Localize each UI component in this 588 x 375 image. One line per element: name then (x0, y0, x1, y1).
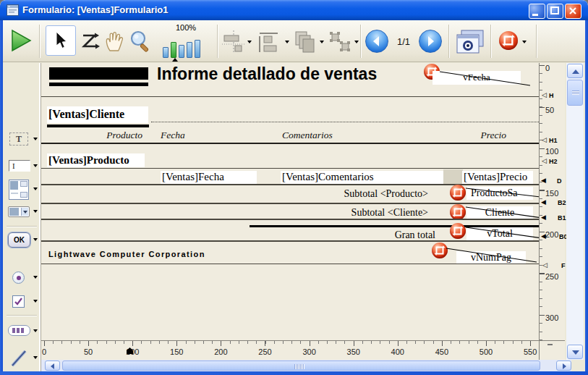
text-tool[interactable]: T (9, 132, 28, 146)
execute-form-button[interactable] (9, 28, 33, 56)
zoom-level-control[interactable]: 100% (158, 23, 213, 61)
maximize-button[interactable] (547, 4, 563, 19)
area-marker-D[interactable]: ◀D (540, 177, 566, 185)
marker-triangle-icon: ◁ (542, 262, 547, 269)
line-object[interactable] (466, 207, 539, 218)
thermometer-bar-icon (21, 328, 24, 333)
radio-tool-dropdown-arrow[interactable] (33, 276, 38, 279)
preview-windows-eye-icon (455, 29, 485, 55)
horizontal-scroll-thumb[interactable] (62, 361, 540, 371)
pan-hand-tool[interactable] (103, 30, 126, 55)
listbox-tool[interactable] (9, 180, 29, 200)
area-marker-B0[interactable]: ◀B0 (540, 233, 566, 240)
area-marker-H2[interactable]: ◁H2 (540, 158, 566, 165)
next-page-button[interactable] (419, 30, 442, 53)
thermometer-tool[interactable] (8, 325, 30, 336)
maximize-icon (547, 4, 563, 18)
horizontal-scrollbar[interactable] (41, 360, 571, 371)
vertical-scrollbar[interactable] (566, 63, 584, 360)
distribute-dropdown-arrow[interactable] (285, 41, 289, 43)
scroll-up-button[interactable] (567, 64, 583, 78)
line-object[interactable] (440, 72, 530, 85)
title-bar[interactable]: Formulario: [Ventas]Formulario1 (0, 0, 588, 20)
zoom-bar-4[interactable] (187, 42, 192, 58)
object-method-badge-icon (499, 31, 518, 50)
listbox-scroll-up-icon (20, 181, 27, 187)
h-ruler-tick-label: 300 (302, 347, 315, 356)
resize-dropdown-arrow[interactable] (354, 41, 359, 43)
zoom-level-bars[interactable] (161, 33, 213, 58)
input-tool[interactable]: I (9, 160, 30, 172)
listbox-icon (10, 181, 18, 190)
h-ruler-tick-label: 250 (258, 347, 271, 356)
layer-dropdown-arrow[interactable] (320, 41, 324, 43)
combobox-tool-dropdown-arrow[interactable] (33, 210, 38, 213)
close-button[interactable] (565, 4, 581, 19)
input-tool-dropdown-arrow[interactable] (33, 164, 38, 167)
toolbar-separator (360, 25, 362, 58)
zoom-bar-3[interactable] (179, 45, 184, 58)
layers-icon (294, 30, 317, 54)
area-marker-H[interactable]: ◁H (540, 92, 566, 99)
previous-page-button[interactable] (365, 30, 388, 53)
button-tool-dropdown-arrow[interactable] (33, 238, 38, 241)
entry-order-tool[interactable] (80, 32, 100, 54)
area-marker-B2[interactable]: ◀B2 (540, 199, 566, 206)
thermometer-tool-dropdown-arrow[interactable] (33, 329, 38, 332)
line-object[interactable] (446, 248, 537, 262)
layer-order-tool[interactable] (294, 30, 317, 54)
zoom-magnifier-tool[interactable] (128, 30, 153, 56)
resize-options-tool[interactable] (328, 31, 351, 53)
line-object[interactable] (466, 188, 539, 197)
v-ruler-tick-label: 150 (545, 189, 558, 198)
entry-order-icon (80, 32, 100, 51)
checkbox-tool-dropdown-arrow[interactable] (33, 300, 38, 303)
line-object[interactable] (466, 227, 539, 238)
display-preview-button[interactable] (455, 29, 485, 55)
radio-button-tool[interactable] (12, 271, 25, 284)
marker-triangle-icon: ◁ (542, 137, 547, 143)
listbox-scroll-down-icon (20, 192, 27, 198)
text-tool-dropdown-arrow[interactable] (33, 138, 38, 140)
zoom-bar-5[interactable] (195, 40, 200, 58)
align-dropdown-arrow[interactable] (247, 41, 252, 43)
scroll-left-button[interactable] (45, 361, 60, 371)
zoom-level-label: 100% (158, 23, 213, 32)
marker-label: H2 (549, 159, 558, 165)
select-arrow-tool[interactable] (46, 25, 76, 56)
zoom-bar-2-active[interactable] (171, 42, 176, 58)
distribute-tool[interactable] (257, 30, 282, 54)
arrow-cursor-icon (54, 31, 68, 50)
palette-separator (7, 315, 37, 316)
area-marker-H1[interactable]: ◁H1 (540, 137, 566, 144)
window-border-bottom (0, 371, 588, 375)
area-marker-B1[interactable]: ◀B1 (540, 214, 566, 222)
button-tool[interactable]: OK (8, 232, 30, 248)
page-indicator: 1/1 (392, 36, 415, 47)
object-method-button[interactable] (499, 31, 518, 50)
previous-page-icon (366, 30, 388, 52)
marker-label: F (561, 263, 566, 269)
magnifier-icon (128, 30, 153, 53)
zoom-bar-1[interactable] (163, 47, 169, 58)
scroll-right-button[interactable] (556, 361, 571, 371)
listbox-tool-dropdown-arrow[interactable] (33, 188, 38, 190)
vertical-ruler: 050100150200250300 ◁H◁H1◁H2◀D◀B2◀B1◀B0◁F (539, 63, 565, 340)
marker-triangle-icon: ◀ (541, 233, 546, 240)
scroll-down-button[interactable] (567, 345, 583, 359)
combobox-tool[interactable] (8, 206, 30, 217)
vertical-scroll-thumb[interactable] (567, 80, 583, 106)
form-canvas[interactable]: Informe detallado de ventas vFecha [Vent… (41, 63, 539, 340)
checkbox-tool[interactable] (12, 295, 25, 308)
line-tool-dropdown-arrow[interactable] (33, 356, 38, 359)
h-ruler-tick-label: 550 (524, 347, 537, 356)
toolbar-separator (536, 25, 537, 58)
method-dropdown-arrow[interactable] (522, 41, 527, 43)
marker-label: D (557, 178, 562, 185)
area-marker-F[interactable]: ◁F (540, 262, 566, 269)
minimize-button[interactable] (529, 4, 545, 19)
align-tool[interactable] (222, 30, 245, 54)
distribute-icon (257, 30, 282, 54)
hand-icon (103, 30, 126, 52)
line-tool[interactable] (9, 349, 28, 368)
